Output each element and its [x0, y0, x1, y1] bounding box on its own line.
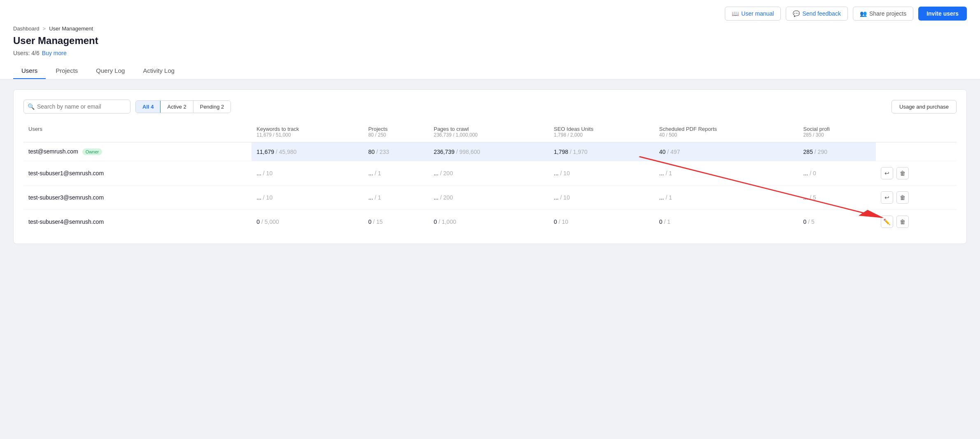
main-content: 🔍 All 4 Active 2 Pending 2 Usage and pur…: [0, 79, 980, 254]
projects-cell: ... / 1: [363, 186, 429, 210]
table-row: test@semrush.comOwner11,679 / 45,98080 /…: [23, 142, 957, 161]
filters-row: 🔍 All 4 Active 2 Pending 2 Usage and pur…: [23, 100, 957, 114]
pdf-total: / 1: [666, 194, 672, 201]
pdf-used: 40: [659, 149, 666, 155]
seo-used: ...: [554, 170, 559, 177]
pages-used: ...: [434, 170, 439, 177]
search-icon: 🔍: [28, 103, 35, 110]
pages-cell: 236,739 / 998,600: [429, 142, 549, 161]
delete-button[interactable]: 🗑: [896, 167, 909, 179]
user-email: test-subuser3@semrush.com: [28, 194, 104, 201]
col-pages: Pages to crawl 236,739 / 1,000,000: [429, 122, 549, 142]
seo-used: ...: [554, 194, 559, 201]
actions-cell: ✏️🗑: [876, 210, 957, 234]
owner-badge: Owner: [82, 149, 102, 155]
pages-cell: ... / 200: [429, 161, 549, 186]
users-card: 🔍 All 4 Active 2 Pending 2 Usage and pur…: [13, 89, 967, 244]
social-total: / 5: [808, 218, 815, 225]
user-manual-button[interactable]: 📖 User manual: [725, 7, 781, 21]
keywords-used: ...: [256, 194, 261, 201]
tab-activity-log[interactable]: Activity Log: [135, 63, 183, 79]
actions-cell: ↩🗑: [876, 161, 957, 186]
tab-query-log[interactable]: Query Log: [88, 63, 133, 79]
pdf-total: / 1: [666, 170, 672, 177]
projects-used: 80: [368, 149, 375, 155]
pages-total: / 1,000: [438, 218, 456, 225]
pdf-cell: 0 / 1: [654, 210, 798, 234]
resend-icon: ↩: [885, 170, 889, 177]
delete-button[interactable]: 🗑: [896, 216, 909, 228]
users-count: Users: 4/6 Buy more: [13, 50, 967, 56]
keywords-total: / 5,000: [261, 218, 279, 225]
usage-purchase-button[interactable]: Usage and purchase: [892, 100, 957, 114]
tab-users[interactable]: Users: [13, 63, 46, 79]
resend-button[interactable]: ↩: [881, 167, 893, 179]
tabs: Users Projects Query Log Activity Log: [13, 63, 967, 79]
pdf-used: ...: [659, 194, 664, 201]
user-email-cell: test-subuser4@semrush.com: [23, 210, 251, 234]
seo-cell: 1,798 / 1,970: [549, 142, 654, 161]
table-body: test@semrush.comOwner11,679 / 45,98080 /…: [23, 142, 957, 234]
keywords-used: 11,679: [256, 149, 274, 155]
tab-projects[interactable]: Projects: [47, 63, 86, 79]
seo-total: / 10: [559, 218, 568, 225]
invite-users-button[interactable]: Invite users: [918, 7, 967, 21]
keywords-cell: 0 / 5,000: [251, 210, 363, 234]
share-projects-button[interactable]: 👥 Share projects: [853, 7, 913, 21]
seo-cell: ... / 10: [549, 161, 654, 186]
seo-cell: 0 / 10: [549, 210, 654, 234]
seo-total: / 10: [560, 194, 570, 201]
col-pdf: Scheduled PDF Reports 40 / 500: [654, 122, 798, 142]
edit-button[interactable]: ✏️: [881, 216, 893, 228]
col-actions: [876, 122, 957, 142]
pdf-used: ...: [659, 170, 664, 177]
social-used: ...: [803, 170, 808, 177]
trash-icon: 🗑: [900, 170, 906, 177]
user-email: test-subuser4@semrush.com: [28, 218, 104, 225]
page-wrapper: 📖 User manual 💬 Send feedback 👥 Share pr…: [0, 0, 980, 439]
pdf-total: / 1: [664, 218, 670, 225]
share-icon: 👥: [860, 10, 867, 17]
pdf-used: 0: [659, 218, 663, 225]
pdf-cell: ... / 1: [654, 161, 798, 186]
resend-button[interactable]: ↩: [881, 191, 893, 204]
breadcrumb-home[interactable]: Dashboard: [13, 26, 40, 32]
user-email-cell: test@semrush.comOwner: [23, 142, 251, 161]
breadcrumb-separator: >: [43, 26, 46, 32]
filter-pending[interactable]: Pending 2: [193, 101, 231, 113]
page-title: User Management: [13, 35, 967, 46]
filter-all[interactable]: All 4: [136, 101, 161, 113]
col-social: Social profi 285 / 300: [798, 122, 876, 142]
pages-total: / 200: [440, 194, 453, 201]
social-total: / 0: [810, 170, 816, 177]
breadcrumb-current: User Management: [49, 26, 93, 32]
edit-icon: ✏️: [883, 218, 890, 225]
table-row: test-subuser1@semrush.com... / 10... / 1…: [23, 161, 957, 186]
pages-total: / 200: [440, 170, 453, 177]
keywords-cell: 11,679 / 45,980: [251, 142, 363, 161]
send-feedback-button[interactable]: 💬 Send feedback: [786, 7, 847, 21]
feedback-icon: 💬: [793, 10, 800, 17]
table-row: test-subuser3@semrush.com... / 10... / 1…: [23, 186, 957, 210]
projects-total: / 15: [373, 218, 382, 225]
top-bar: 📖 User manual 💬 Send feedback 👥 Share pr…: [0, 0, 980, 79]
trash-icon: 🗑: [900, 218, 906, 225]
top-bar-actions: 📖 User manual 💬 Send feedback 👥 Share pr…: [13, 7, 967, 26]
col-users: Users: [23, 122, 251, 142]
pages-used: ...: [434, 194, 439, 201]
pages-cell: ... / 200: [429, 186, 549, 210]
table-header: Users Keywords to track 11,679 / 51,000 …: [23, 122, 957, 142]
search-input[interactable]: [23, 100, 130, 114]
pdf-cell: ... / 1: [654, 186, 798, 210]
filter-active[interactable]: Active 2: [161, 101, 193, 113]
seo-used: 1,798: [554, 149, 568, 155]
actions-cell: ↩🗑: [876, 186, 957, 210]
trash-icon: 🗑: [900, 194, 906, 201]
delete-button[interactable]: 🗑: [896, 191, 909, 204]
social-cell: ... / 5: [798, 186, 876, 210]
seo-total: / 1,970: [570, 149, 587, 155]
buy-more-link[interactable]: Buy more: [42, 50, 67, 56]
seo-total: / 10: [560, 170, 570, 177]
social-total: / 5: [810, 194, 816, 201]
keywords-cell: ... / 10: [251, 161, 363, 186]
